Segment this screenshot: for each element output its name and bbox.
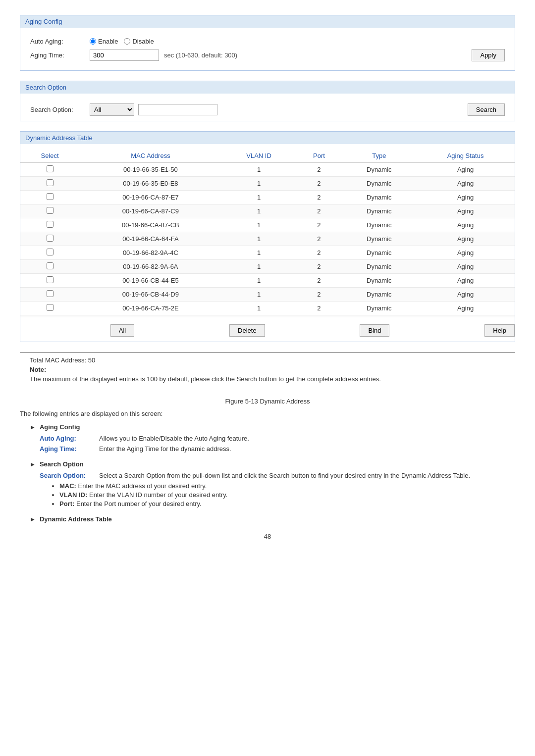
disable-radio-label[interactable]: Disable: [124, 38, 154, 45]
row-checkbox-4[interactable]: [47, 221, 54, 228]
aging-time-label: Aging Time:: [30, 51, 90, 59]
cell-aging-10: Aging: [416, 302, 515, 315]
row-checkbox-0[interactable]: [47, 165, 54, 172]
cell-checkbox-1: [20, 177, 79, 191]
enable-radio[interactable]: [90, 38, 96, 45]
search-text-input[interactable]: [138, 104, 217, 115]
description-intro: The following entries are displayed on t…: [20, 410, 515, 417]
auto-aging-field-value: Allows you to Enable/Disable the Auto Ag…: [99, 435, 249, 442]
section-search-option: ► Search Option Search Option: Select a …: [20, 460, 515, 507]
search-option-header: Search Option: [20, 81, 515, 94]
cell-type-4: Dynamic: [342, 218, 416, 232]
enable-radio-label[interactable]: Enable: [90, 38, 118, 45]
auto-aging-field-name: Auto Aging:: [40, 435, 99, 442]
cell-aging-3: Aging: [416, 204, 515, 218]
search-option-field-value: Select a Search Option from the pull-dow…: [99, 472, 470, 479]
cell-port-5: 2: [296, 232, 342, 246]
divider: [20, 352, 515, 353]
cell-mac-4: 00-19-66-CA-87-CB: [79, 218, 222, 232]
total-mac: Total MAC Address: 50: [30, 356, 515, 364]
auto-aging-label: Auto Aging:: [30, 38, 90, 45]
arrow-icon-aging: ►: [30, 424, 36, 431]
row-checkbox-5[interactable]: [47, 235, 54, 242]
row-checkbox-9[interactable]: [47, 290, 54, 297]
cell-aging-0: Aging: [416, 163, 515, 177]
cell-aging-8: Aging: [416, 274, 515, 288]
cell-mac-9: 00-19-66-CB-44-D9: [79, 288, 222, 302]
row-checkbox-1[interactable]: [47, 179, 54, 186]
aging-time-desc-row: Aging Time: Enter the Aging Time for the…: [40, 445, 515, 453]
cell-checkbox-8: [20, 274, 79, 288]
table-row: 00-19-66-CA-64-FA 1 2 Dynamic Aging: [20, 232, 515, 246]
dynamic-table-header: Dynamic Address Table: [20, 132, 515, 144]
cell-port-7: 2: [296, 260, 342, 274]
cell-checkbox-2: [20, 191, 79, 204]
cell-mac-1: 00-19-66-35-E0-E8: [79, 177, 222, 191]
cell-type-9: Dynamic: [342, 288, 416, 302]
cell-mac-2: 00-19-66-CA-87-E7: [79, 191, 222, 204]
aging-time-row: Aging Time: sec (10-630, default: 300) A…: [30, 49, 505, 61]
row-checkbox-2[interactable]: [47, 193, 54, 200]
search-option-section: Search Option Search Option: All MAC VLA…: [20, 81, 515, 121]
cell-type-10: Dynamic: [342, 302, 416, 315]
aging-time-field-value: Enter the Aging Time for the dynamic add…: [99, 445, 231, 453]
table-row: 00-19-66-82-9A-6A 1 2 Dynamic Aging: [20, 260, 515, 274]
cell-checkbox-3: [20, 204, 79, 218]
section-search-title: Search Option: [40, 460, 84, 468]
cell-mac-10: 00-19-66-CA-75-2E: [79, 302, 222, 315]
cell-port-8: 2: [296, 274, 342, 288]
row-checkbox-10[interactable]: [47, 304, 54, 311]
table-row: 00-19-66-CB-44-E5 1 2 Dynamic Aging: [20, 274, 515, 288]
table-scroll-area[interactable]: Select MAC Address VLAN ID Port Type Agi…: [20, 149, 515, 317]
all-button[interactable]: All: [110, 324, 134, 337]
cell-vlan-4: 1: [222, 218, 296, 232]
cell-mac-6: 00-19-66-82-9A-4C: [79, 246, 222, 260]
cell-aging-5: Aging: [416, 232, 515, 246]
cell-aging-2: Aging: [416, 191, 515, 204]
page-number: 48: [20, 533, 515, 540]
table-row: 00-19-66-35-E1-50 1 2 Dynamic Aging: [20, 163, 515, 177]
row-checkbox-6[interactable]: [47, 249, 54, 255]
cell-checkbox-6: [20, 246, 79, 260]
table-row: 00-19-66-35-E0-E8 1 2 Dynamic Aging: [20, 177, 515, 191]
bind-button[interactable]: Bind: [360, 324, 389, 337]
table-row: 00-19-66-CA-87-E7 1 2 Dynamic Aging: [20, 191, 515, 204]
arrow-icon-dynamic: ►: [30, 516, 36, 523]
bullet-mac: MAC: Enter the MAC address of your desir…: [59, 482, 515, 490]
section-aging-config: ► Aging Config Auto Aging: Allows you to…: [20, 423, 515, 453]
cell-checkbox-5: [20, 232, 79, 246]
address-table: Select MAC Address VLAN ID Port Type Agi…: [20, 149, 515, 317]
cell-vlan-0: 1: [222, 163, 296, 177]
section-dynamic-title: Dynamic Address Table: [40, 515, 112, 523]
cell-vlan-2: 1: [222, 191, 296, 204]
table-row: 00-19-66-82-9A-4C 1 2 Dynamic Aging: [20, 246, 515, 260]
search-option-select[interactable]: All MAC VLAN ID Port: [90, 103, 134, 116]
cell-aging-4: Aging: [416, 218, 515, 232]
aging-config-header: Aging Config: [20, 15, 515, 28]
auto-aging-row: Auto Aging: Enable Disable: [30, 38, 505, 45]
cell-type-2: Dynamic: [342, 191, 416, 204]
help-button[interactable]: Help: [484, 324, 515, 337]
delete-button[interactable]: Delete: [229, 324, 265, 337]
cell-vlan-6: 1: [222, 246, 296, 260]
arrow-icon-search: ►: [30, 461, 36, 468]
cell-mac-5: 00-19-66-CA-64-FA: [79, 232, 222, 246]
col-port: Port: [296, 149, 342, 163]
apply-button[interactable]: Apply: [472, 49, 505, 61]
cell-vlan-9: 1: [222, 288, 296, 302]
row-checkbox-7[interactable]: [47, 262, 54, 269]
row-checkbox-3[interactable]: [47, 207, 54, 214]
cell-type-5: Dynamic: [342, 232, 416, 246]
table-row: 00-19-66-CA-87-C9 1 2 Dynamic Aging: [20, 204, 515, 218]
row-checkbox-8[interactable]: [47, 276, 54, 283]
cell-aging-9: Aging: [416, 288, 515, 302]
col-aging: Aging Status: [416, 149, 515, 163]
cell-port-2: 2: [296, 191, 342, 204]
cell-port-4: 2: [296, 218, 342, 232]
cell-checkbox-0: [20, 163, 79, 177]
aging-time-input[interactable]: [90, 50, 159, 61]
search-button[interactable]: Search: [468, 103, 505, 116]
disable-radio[interactable]: [124, 38, 130, 45]
cell-type-1: Dynamic: [342, 177, 416, 191]
aging-config-section: Aging Config Auto Aging: Enable Disable …: [20, 15, 515, 71]
